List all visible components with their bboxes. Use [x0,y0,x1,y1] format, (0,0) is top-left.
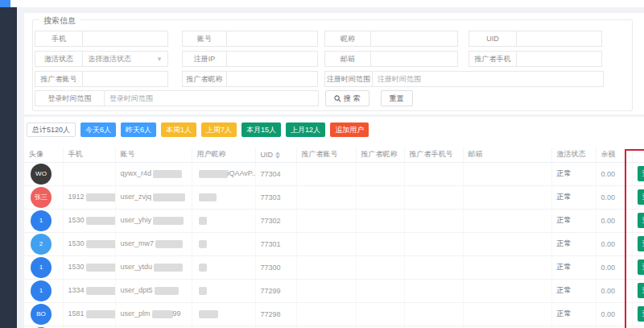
table-row: 1 1334 user_dpt5 77299 正常 0.00 查看 [24,279,644,302]
account-input[interactable] [227,31,317,46]
register-time-range-input[interactable] [373,72,603,86]
stat-today-button[interactable]: 今天6人 [80,122,116,137]
redaction-blur [199,217,207,225]
redaction-blur [86,264,115,272]
cell-balance: 0.00 [596,209,632,232]
col-uid[interactable]: UID [255,147,296,162]
stat-yesterday-button[interactable]: 昨天6人 [121,122,156,137]
col-account: 账号 [115,147,192,162]
cell-promoter-phone [404,162,463,185]
cell-phone: 1334 [63,279,115,302]
cell-uid: 77304 [255,162,296,185]
cell-promoter-account [296,302,356,326]
cell-nickname [192,185,255,209]
field-promoter-account: 推广者账号 [35,71,168,87]
cell-actions: 查看 [632,209,644,232]
cell-status: 正常 [551,209,596,232]
table-row: 张三 1912 user_zvjq 77303 正常 0.00 查看 [24,185,644,209]
field-promoter-phone: 推广者手机 [469,51,602,67]
email-label: 邮箱 [324,51,371,67]
cell-nickname [192,279,255,302]
table-row: WO qywx_r4d iQAAvP... 77304 正常 0.00 查看 [24,162,644,185]
nickname-input[interactable] [371,31,457,46]
top-bar [0,0,644,7]
cell-account: user_ytdu [115,255,192,279]
cell-nickname [192,232,255,255]
avatar: WO [31,164,52,185]
email-input[interactable] [371,52,457,66]
promoter-nickname-label: 推广者昵称 [182,71,227,87]
redaction-blur [199,193,217,201]
cell-promoter-phone [404,302,463,326]
cell-promoter-nickname [356,162,404,185]
cell-phone [63,162,115,185]
cell-account: user_dpt5 [115,279,192,302]
view-button[interactable]: 查看 [638,236,644,251]
cell-promoter-nickname [356,209,404,232]
stat-last-week-button[interactable]: 上周7人 [201,122,237,137]
redaction-blur [153,217,184,225]
redaction-blur [86,193,115,201]
field-account: 账号 [182,31,318,47]
promoter-account-input[interactable] [83,72,167,86]
cell-email [463,302,551,326]
view-button[interactable]: 查看 [638,259,644,275]
stat-this-month-button[interactable]: 本月15人 [242,122,281,137]
reset-button[interactable]: 重置 [381,90,413,106]
cell-account: user_plm99 [115,302,192,326]
cell-actions: 查看 [632,279,644,302]
table-row: 1 1530 user_yhiy 77302 正常 0.00 查看 [24,209,644,232]
search-icon [334,95,341,102]
cell-promoter-account [296,279,356,302]
table-row: BO 1581 user_plm99 77298 正常 0.00 查看 [24,302,644,326]
view-button[interactable]: 查看 [638,189,644,205]
search-fieldset-legend: 搜索信息 [39,15,80,27]
stat-total-button[interactable]: 总计5120人 [27,122,76,137]
cell-uid: 77300 [255,255,296,279]
view-button[interactable]: 查看 [638,283,644,298]
activation-status-label: 激活状态 [35,51,83,67]
stat-last-month-button[interactable]: 上月12人 [286,122,325,137]
phone-input[interactable] [83,31,167,46]
cell-promoter-nickname [356,279,404,302]
cell-actions: 查看 [632,185,644,209]
avatar: 1 [31,257,52,278]
search-panel: 搜索信息 手机 账号 昵称 UID 激活状态 选择激活状态 ▼ 注册IP [24,13,644,114]
cell-promoter-nickname [356,232,404,255]
uid-input[interactable] [517,31,601,46]
redaction-blur [153,193,185,201]
redaction-blur [154,264,183,272]
field-uid: UID [469,31,602,47]
register-ip-input[interactable] [227,52,317,66]
redaction-blur [199,264,207,272]
sort-icon[interactable] [275,152,280,159]
view-button[interactable]: 查看 [638,306,644,322]
promoter-nickname-input[interactable] [227,72,317,86]
promoter-phone-label: 推广者手机 [469,51,517,67]
promoter-account-label: 推广者账号 [35,71,83,87]
cell-email [463,232,551,255]
chevron-down-icon: ▼ [156,56,163,63]
col-balance: 余额 [596,147,632,162]
cell-actions: 查看 [632,162,644,185]
search-button[interactable]: 搜 索 [325,90,369,106]
activation-status-select[interactable]: 选择激活状态 ▼ [82,51,168,67]
cell-uid: 77298 [255,302,296,326]
stat-this-week-button[interactable]: 本周1人 [161,122,196,137]
col-nickname: 用户昵称 [192,147,255,162]
collapsed-sidebar[interactable] [0,7,17,328]
table-row: 2 1530 user_mw7 77301 正常 0.00 查看 [24,232,644,255]
view-button[interactable]: 查看 [638,166,644,181]
cell-promoter-phone [404,209,463,232]
cell-uid: 77299 [255,279,296,302]
cell-promoter-phone [404,255,463,279]
promoter-phone-input[interactable] [517,52,601,66]
cell-balance: 0.00 [596,302,632,326]
add-user-button[interactable]: 追加用户 [330,122,369,137]
cell-uid: 77301 [255,232,296,255]
cell-account: user_zvjq [115,185,192,209]
view-button[interactable]: 查看 [638,213,644,228]
login-time-range-input[interactable] [105,91,318,106]
redaction-blur [199,310,218,318]
register-ip-label: 注册IP [182,51,227,67]
